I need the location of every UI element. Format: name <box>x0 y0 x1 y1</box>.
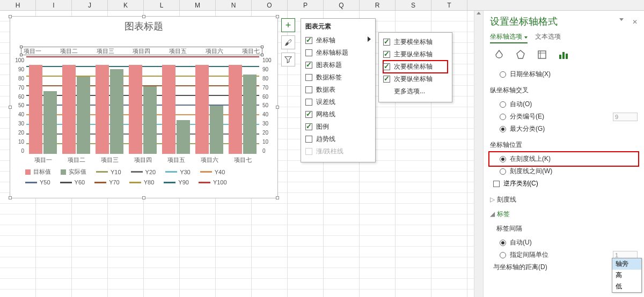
column-header[interactable]: L <box>144 0 180 10</box>
axis-options-icon[interactable] <box>558 49 569 61</box>
dropdown-option[interactable]: 低 <box>612 281 641 292</box>
axis-submenu-option[interactable]: 次要纵坐标轴 <box>383 73 448 85</box>
bar-actual[interactable] <box>177 120 190 154</box>
resize-handle[interactable] <box>276 106 279 109</box>
chart-elements-button[interactable]: + <box>281 18 295 32</box>
secondary-x-axis-selected[interactable]: 项目一项目二项目三项目四项目五项目六项目七 <box>21 47 262 55</box>
chart-styles-button[interactable]: 🖌 <box>281 35 295 49</box>
radio-date-axis[interactable]: 日期坐标轴(X) <box>490 68 638 80</box>
tab-text-options[interactable]: 文本选项 <box>535 32 561 43</box>
resize-handle[interactable] <box>9 15 12 18</box>
chart-element-option[interactable]: 坐标轴标题 <box>305 47 371 59</box>
bar-target[interactable] <box>62 65 76 154</box>
column-header[interactable]: M <box>180 0 216 10</box>
plot-area[interactable]: 1009080706050403020100 10090807060504030… <box>26 57 259 154</box>
legend-item[interactable]: Y100 <box>199 179 227 185</box>
column-header[interactable]: O <box>252 0 288 10</box>
chart-element-option[interactable]: 图表标题 <box>305 59 371 71</box>
chart-element-option[interactable]: 图例 <box>305 121 371 133</box>
axis-submenu-option[interactable]: 主要纵坐标轴 <box>383 48 448 61</box>
bar-actual[interactable] <box>143 86 157 154</box>
vertical-scrollbar[interactable] <box>474 11 483 297</box>
legend-item[interactable]: 实际值 <box>61 168 86 176</box>
radio-auto-interval[interactable]: 自动(U) <box>490 236 638 249</box>
radio-category-number[interactable]: 分类编号(E) <box>490 110 638 123</box>
bar-target[interactable] <box>129 65 142 154</box>
column-header[interactable]: H <box>0 0 36 10</box>
resize-handle[interactable] <box>276 15 279 18</box>
labels-section[interactable]: ◢标签 <box>490 210 638 219</box>
selection-handle[interactable] <box>261 46 264 48</box>
column-header[interactable]: N <box>216 0 252 10</box>
bar-target[interactable] <box>195 65 209 154</box>
legend-item[interactable]: Y10 <box>96 168 121 176</box>
bar-actual[interactable] <box>243 75 257 154</box>
bar-actual[interactable] <box>110 69 123 154</box>
column-header[interactable]: T <box>431 0 467 10</box>
secondary-y-axis[interactable]: 1009080706050403020100 <box>262 57 275 154</box>
effects-icon[interactable] <box>515 49 526 61</box>
chart-element-option[interactable]: 网格线 <box>305 108 371 121</box>
legend-item[interactable]: Y20 <box>131 168 156 176</box>
radio-between-ticks[interactable]: 刻度线之间(W) <box>490 165 638 177</box>
dropdown-option[interactable]: 高 <box>612 270 641 281</box>
chart-filters-button[interactable] <box>281 53 295 66</box>
size-props-icon[interactable] <box>536 49 548 61</box>
selection-handle[interactable] <box>261 54 264 56</box>
resize-handle[interactable] <box>142 196 145 199</box>
category-number-input[interactable] <box>613 113 638 121</box>
radio-on-tick-marks[interactable]: 在刻度线上(K) <box>490 153 638 165</box>
bar-target[interactable] <box>29 65 42 154</box>
column-header[interactable]: J <box>72 0 108 10</box>
legend-item[interactable]: Y60 <box>60 179 85 185</box>
radio-max-category[interactable]: 最大分类(G) <box>490 123 638 135</box>
chart-object[interactable]: 图表标题 项目一项目二项目三项目四项目五项目六项目七 1009080706050… <box>10 16 278 198</box>
bar-target[interactable] <box>96 65 109 154</box>
resize-handle[interactable] <box>9 196 12 199</box>
legend-item[interactable]: Y40 <box>200 168 225 176</box>
pane-menu-dropdown[interactable] <box>619 18 624 21</box>
resize-handle[interactable] <box>276 196 279 199</box>
legend-item[interactable]: Y50 <box>25 179 50 185</box>
chart-title[interactable]: 图表标题 <box>10 17 277 34</box>
tab-axis-options[interactable]: 坐标轴选项 <box>490 32 528 43</box>
fill-line-icon[interactable] <box>493 49 505 61</box>
bar-target[interactable] <box>229 65 242 154</box>
legend-item[interactable]: Y70 <box>94 179 120 185</box>
label-position-dropdown[interactable]: 轴旁高低 <box>612 258 642 293</box>
bar-actual[interactable] <box>210 106 223 154</box>
column-header[interactable]: K <box>108 0 144 10</box>
column-header[interactable]: P <box>288 0 324 10</box>
column-header[interactable]: Q <box>324 0 360 10</box>
legend-item[interactable]: Y90 <box>164 179 189 185</box>
chart-element-option[interactable]: 趋势线 <box>305 133 371 145</box>
close-pane-button[interactable]: ✕ <box>632 18 638 26</box>
axis-submenu-option[interactable]: 主要横坐标轴 <box>383 36 448 48</box>
bar-actual[interactable] <box>77 77 90 154</box>
selection-handle[interactable] <box>20 46 23 48</box>
spreadsheet-area[interactable]: 图表标题 项目一项目二项目三项目四项目五项目六项目七 1009080706050… <box>0 11 483 297</box>
axis-submenu-option[interactable]: 次要横坐标轴 <box>383 61 448 73</box>
chart-element-option[interactable]: 数据标签 <box>305 71 371 84</box>
primary-x-axis[interactable]: 项目一项目二项目三项目四项目五项目六项目七 <box>26 156 259 164</box>
resize-handle[interactable] <box>142 15 145 18</box>
column-header[interactable]: R <box>360 0 396 10</box>
legend-item[interactable]: 目标值 <box>25 168 51 176</box>
legend-item[interactable]: Y80 <box>129 179 155 185</box>
tick-marks-section[interactable]: ▷刻度线 <box>490 195 638 204</box>
checkbox-reverse-categories[interactable]: 逆序类别(C) <box>490 177 638 190</box>
bar-target[interactable] <box>162 65 175 154</box>
radio-auto-cross[interactable]: 自动(O) <box>490 98 638 110</box>
column-header[interactable]: I <box>36 0 72 10</box>
bar-actual[interactable] <box>43 91 57 154</box>
chart-element-option[interactable]: 坐标轴 <box>305 34 371 47</box>
dropdown-option[interactable]: 轴旁 <box>612 258 641 270</box>
chart-element-option[interactable]: 误差线 <box>305 96 371 108</box>
legend-item[interactable]: Y30 <box>165 168 191 176</box>
column-header[interactable]: S <box>396 0 431 10</box>
primary-y-axis[interactable]: 1009080706050403020100 <box>11 57 24 154</box>
more-options-link[interactable]: 更多选项... <box>383 85 448 98</box>
chart-element-option[interactable]: 数据表 <box>305 84 371 96</box>
chart-legend[interactable]: 目标值实际值Y10Y20Y30Y40Y50Y60Y70Y80Y90Y100 <box>25 168 262 189</box>
selection-handle[interactable] <box>20 54 23 56</box>
